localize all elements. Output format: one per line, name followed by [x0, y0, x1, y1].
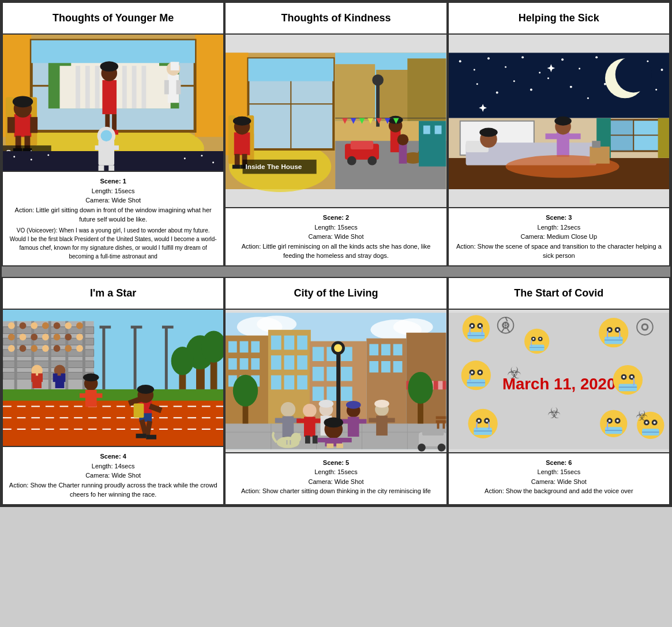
svg-point-342 [479, 325, 481, 327]
scene3-svg [449, 35, 669, 207]
svg-point-132 [615, 56, 651, 92]
svg-point-123 [530, 89, 532, 91]
svg-rect-72 [232, 165, 241, 169]
svg-point-119 [660, 69, 663, 71]
svg-rect-215 [134, 404, 144, 418]
desc-thoughts-kindness: Scene: 2 Length: 15secs Camera: Wide Sho… [226, 207, 446, 265]
svg-rect-200 [134, 327, 137, 389]
svg-point-384 [616, 419, 618, 422]
svg-rect-80 [408, 58, 446, 121]
svg-point-55 [201, 155, 202, 156]
svg-point-110 [505, 66, 506, 68]
svg-text:☣: ☣ [636, 408, 648, 423]
svg-rect-252 [284, 376, 295, 390]
svg-point-22 [13, 96, 33, 107]
svg-rect-289 [443, 422, 445, 429]
svg-point-120 [476, 83, 478, 85]
svg-rect-147 [557, 131, 569, 156]
svg-point-368 [622, 376, 625, 378]
svg-rect-258 [313, 367, 324, 381]
svg-rect-222 [53, 373, 58, 382]
svg-rect-238 [228, 358, 237, 370]
svg-point-125 [570, 86, 572, 88]
svg-rect-248 [271, 355, 281, 370]
svg-rect-322 [327, 444, 334, 448]
cell-start-covid: The Start of Covid [448, 277, 670, 505]
svg-point-94 [397, 134, 409, 145]
svg-rect-49 [99, 166, 104, 171]
svg-rect-237 [251, 341, 260, 352]
svg-point-184 [65, 333, 72, 340]
svg-point-320 [324, 418, 344, 428]
svg-point-126 [587, 97, 589, 99]
cell-thoughts-younger-me: Thoughts of Younger Me [2, 2, 224, 266]
scene4-svg [3, 310, 223, 446]
svg-point-190 [54, 345, 61, 352]
svg-rect-201 [165, 327, 168, 389]
svg-point-130 [655, 89, 657, 91]
row-divider [2, 266, 670, 277]
svg-text:Inside The House: Inside The House [246, 163, 302, 171]
svg-rect-103 [419, 121, 446, 167]
svg-rect-268 [393, 344, 403, 355]
svg-rect-318 [386, 418, 395, 423]
svg-point-369 [630, 376, 633, 378]
svg-point-300 [303, 404, 317, 418]
svg-rect-35 [112, 114, 117, 132]
svg-rect-28 [30, 117, 37, 133]
svg-rect-70 [235, 154, 240, 167]
svg-rect-14 [132, 66, 137, 108]
svg-rect-78 [336, 64, 376, 121]
svg-rect-255 [313, 347, 324, 361]
svg-point-182 [42, 333, 49, 340]
svg-point-108 [474, 69, 475, 71]
svg-point-291 [408, 372, 433, 404]
svg-rect-48 [112, 145, 119, 150]
image-im-a-star [3, 310, 223, 446]
svg-rect-67 [234, 132, 250, 155]
svg-point-69 [233, 117, 251, 126]
svg-rect-245 [271, 336, 281, 350]
svg-point-112 [539, 72, 540, 74]
svg-point-53 [47, 154, 49, 156]
svg-rect-228 [96, 393, 103, 398]
svg-rect-40 [171, 62, 179, 70]
svg-point-172 [8, 322, 15, 329]
image-start-covid: ☣ March 11, 2020 [449, 310, 669, 452]
svg-point-225 [83, 373, 99, 381]
svg-rect-269 [370, 361, 379, 373]
svg-rect-305 [313, 435, 318, 444]
svg-rect-41 [177, 80, 181, 95]
svg-point-33 [100, 61, 119, 72]
svg-point-335 [438, 444, 446, 452]
svg-rect-3 [195, 35, 223, 137]
svg-rect-27 [7, 117, 15, 133]
svg-text:☣: ☣ [547, 405, 560, 421]
svg-point-181 [31, 333, 37, 340]
image-thoughts-kindness: Inside The House [226, 35, 446, 207]
svg-point-279 [335, 344, 343, 352]
title-start-covid: The Start of Covid [449, 278, 669, 310]
svg-rect-150 [545, 133, 558, 139]
svg-rect-11 [85, 66, 90, 108]
desc-helping-sick: Scene: 3 Length: 12secs Camera: Medium C… [449, 207, 669, 265]
svg-rect-249 [284, 355, 295, 370]
svg-point-118 [647, 61, 648, 62]
svg-rect-13 [122, 66, 127, 108]
scene6-svg: ☣ March 11, 2020 [449, 310, 669, 452]
svg-rect-151 [568, 133, 581, 139]
svg-point-375 [478, 419, 480, 422]
svg-point-398 [532, 338, 534, 340]
svg-point-310 [346, 401, 361, 409]
svg-rect-236 [240, 341, 249, 352]
svg-rect-141 [658, 118, 669, 158]
svg-point-111 [521, 56, 524, 58]
svg-rect-317 [369, 418, 378, 423]
svg-rect-263 [341, 386, 352, 401]
svg-rect-218 [31, 373, 36, 382]
svg-rect-246 [284, 336, 295, 350]
svg-point-359 [471, 371, 473, 374]
storyboard-grid: Thoughts of Younger Me [0, 0, 672, 507]
svg-point-113 [561, 58, 564, 61]
svg-rect-212 [146, 435, 156, 440]
